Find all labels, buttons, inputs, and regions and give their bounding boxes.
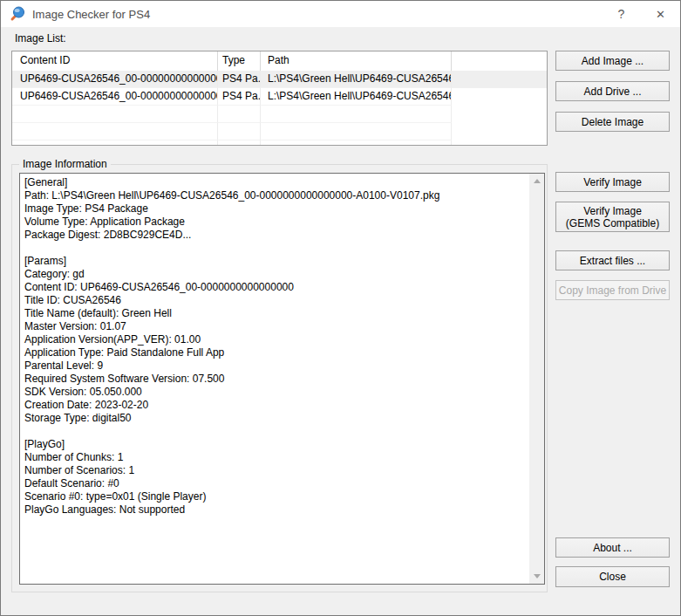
image-information-text: [General] Path: L:\PS4\Green Hell\UP6469… xyxy=(20,174,528,584)
image-information-label: Image Information xyxy=(19,158,111,170)
cell-type: PS4 Pa... xyxy=(218,88,261,106)
image-list[interactable]: Content ID Type Path UP6469-CUSA26546_00… xyxy=(11,51,548,146)
table-row[interactable]: UP6469-CUSA26546_00-0000000000000000 PS4… xyxy=(12,71,547,88)
cell-path: L:\PS4\Green Hell\UP6469-CUSA26546_00-00… xyxy=(261,88,452,106)
table-row-empty xyxy=(12,123,547,140)
extract-files-button[interactable]: Extract files ... xyxy=(555,250,670,270)
table-row-empty xyxy=(12,106,547,123)
scrollbar[interactable] xyxy=(529,174,544,584)
close-icon[interactable]: ✕ xyxy=(641,1,680,27)
cell-type: PS4 Pa... xyxy=(218,71,261,88)
add-image-button[interactable]: Add Image ... xyxy=(555,51,670,71)
list-header: Content ID Type Path xyxy=(12,51,547,71)
scroll-down-button[interactable] xyxy=(529,569,544,584)
chevron-down-icon xyxy=(534,574,541,578)
cell-content-id: UP6469-CUSA26546_00-0000000000000000 xyxy=(12,71,218,88)
chevron-up-icon xyxy=(534,179,541,183)
delete-image-button[interactable]: Delete Image xyxy=(555,112,670,132)
column-header-content-id[interactable]: Content ID xyxy=(12,51,218,71)
cell-content-id: UP6469-CUSA26546_00-0000000000000000 xyxy=(12,88,218,106)
column-header-path[interactable]: Path xyxy=(261,51,452,71)
cell-path: L:\PS4\Green Hell\UP6469-CUSA26546_00-00… xyxy=(261,71,452,88)
magnifier-icon xyxy=(10,6,25,22)
image-information-group: Image Information [General] Path: L:\PS4… xyxy=(11,164,548,592)
scroll-up-button[interactable] xyxy=(529,174,544,188)
app-window: Image Checker for PS4 ? ✕ Image List: Co… xyxy=(0,0,681,616)
verify-image-gems-button[interactable]: Verify Image (GEMS Compatible) xyxy=(555,202,670,232)
help-button[interactable]: ? xyxy=(602,1,641,27)
copy-image-from-drive-button: Copy Image from Drive xyxy=(555,280,670,300)
close-button[interactable]: Close xyxy=(555,566,670,587)
titlebar: Image Checker for PS4 ? ✕ xyxy=(1,1,680,27)
table-row-empty xyxy=(12,140,547,146)
window-title: Image Checker for PS4 xyxy=(32,8,150,21)
add-drive-button[interactable]: Add Drive ... xyxy=(555,81,670,101)
image-information-textbox[interactable]: [General] Path: L:\PS4\Green Hell\UP6469… xyxy=(19,173,545,585)
table-row[interactable]: UP6469-CUSA26546_00-0000000000000000 PS4… xyxy=(12,88,547,106)
about-button[interactable]: About ... xyxy=(555,537,670,558)
image-list-label: Image List: xyxy=(15,32,66,44)
verify-image-button[interactable]: Verify Image xyxy=(555,172,670,192)
column-header-filler xyxy=(452,51,547,71)
column-header-type[interactable]: Type xyxy=(218,51,261,71)
